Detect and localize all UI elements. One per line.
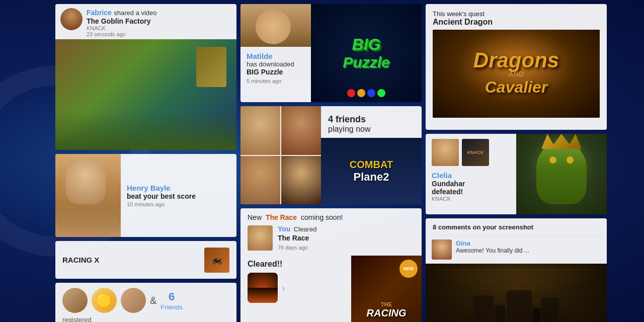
dragon-text: Dragons AND Cavalier bbox=[473, 51, 559, 97]
matilde-timestamp: 5 minutes ago bbox=[247, 78, 305, 84]
race-right: THE RACING NEW bbox=[351, 256, 422, 322]
friend-thumb-1 bbox=[240, 106, 280, 155]
fabrice-action: shared a video bbox=[114, 9, 156, 17]
column-2: Matilde has downloaded BIG Puzzle 5 minu… bbox=[240, 4, 422, 322]
friend-thumb-4 bbox=[281, 156, 321, 205]
clelia-right bbox=[516, 134, 607, 214]
comments-screenshot bbox=[426, 264, 607, 322]
card-quest[interactable]: This week's quest Ancient Dragon Dragons… bbox=[426, 4, 607, 130]
quest-image: Dragons AND Cavalier bbox=[433, 30, 600, 118]
clelia-avatars: KNACK bbox=[432, 139, 510, 166]
fabrice-timestamp: 23 seconds ago bbox=[87, 31, 231, 37]
card-clelia: KNACK Clelia Gundahar defeated! KNACK bbox=[426, 134, 607, 214]
race-avatar-face bbox=[248, 225, 273, 251]
henry-timestamp: 10 minutes ago bbox=[127, 201, 196, 207]
race-top: You Cleared The Race 76 days ago bbox=[240, 224, 422, 256]
villain-head bbox=[536, 144, 587, 204]
race-new: New bbox=[248, 213, 262, 221]
villain-bg bbox=[516, 134, 607, 214]
clelia-action2: defeated! bbox=[432, 188, 510, 196]
race-thumb-row: ✓ › bbox=[248, 273, 344, 303]
race-bottom: Cleared!! ✓ › bbox=[240, 256, 422, 322]
matilde-face bbox=[240, 4, 311, 47]
matilde-username: Matilde bbox=[247, 52, 305, 60]
avatar-fabrice bbox=[60, 8, 83, 30]
comments-img-bg bbox=[426, 264, 607, 322]
dragon-t3: Cavalier bbox=[473, 78, 559, 97]
fabrice-subtitle: KNACK bbox=[87, 25, 231, 31]
race-game-title: The Race bbox=[278, 234, 309, 242]
villain-eyes bbox=[549, 156, 574, 164]
villain-crown bbox=[541, 134, 582, 149]
column-1: Fabrice shared a video The Goblin Factor… bbox=[55, 4, 236, 322]
comment-text: Gina Awesome! You finally did ... bbox=[456, 239, 601, 254]
clelia-avatar-1 bbox=[432, 139, 459, 166]
combat-plane-box: COMBAT Plane2 bbox=[321, 138, 422, 204]
race-game: The Race bbox=[266, 213, 297, 221]
race-header: New The Race coming soon! bbox=[240, 208, 422, 224]
friend-thumb-2 bbox=[281, 106, 321, 155]
fabrice-game-title: The Goblin Factory bbox=[87, 17, 231, 25]
matilde-info: Matilde has downloaded BIG Puzzle 5 minu… bbox=[240, 47, 311, 102]
friend-avatar-3 bbox=[121, 288, 146, 313]
race-game-icon: ✓ bbox=[248, 273, 278, 303]
card-racing-x[interactable]: RACING X 🏍 bbox=[55, 241, 236, 279]
arrow-right-icon: › bbox=[282, 282, 285, 294]
racing-icon: 🏍 bbox=[204, 248, 229, 273]
combat-title: COMBAT Plane2 bbox=[350, 158, 393, 184]
card-matilde: Matilde has downloaded BIG Puzzle 5 minu… bbox=[240, 4, 422, 102]
cleared-badge: Cleared!! bbox=[248, 260, 344, 269]
race-days-ago: 76 days ago bbox=[278, 245, 308, 251]
card-race: New The Race coming soon! You Cleared Th… bbox=[240, 208, 422, 322]
card-friends-registered: 🟡 & 6 Friends registered bbox=[55, 283, 236, 322]
gina-username: Gina bbox=[456, 239, 601, 247]
clelia-action: Gundahar bbox=[432, 180, 510, 188]
clelia-av2-inner: KNACK bbox=[462, 139, 489, 166]
card-comments: 8 comments on your screenshot Gina Aweso… bbox=[426, 218, 607, 322]
matilde-action: has downloaded bbox=[247, 60, 305, 68]
matilde-left: Matilde has downloaded BIG Puzzle 5 minu… bbox=[240, 4, 311, 102]
ampersand: & bbox=[150, 295, 156, 306]
friend-thumb-3 bbox=[240, 156, 280, 205]
card-fabrice-header: Fabrice shared a video The Goblin Factor… bbox=[55, 4, 236, 39]
comment-row: Gina Awesome! You finally did ... bbox=[426, 235, 607, 264]
quest-label: This week's quest bbox=[433, 10, 600, 18]
column-3: This week's quest Ancient Dragon Dragons… bbox=[426, 4, 607, 322]
clelia-game: KNACK bbox=[432, 196, 510, 202]
henry-info: Henry Bayle beat your best score 10 minu… bbox=[121, 154, 202, 237]
friends-label: Friends bbox=[160, 303, 182, 311]
racing-label: RACING X bbox=[62, 256, 99, 264]
matilde-game-image: BIG Puzzle bbox=[311, 4, 422, 102]
clelia-username: Clelia bbox=[432, 171, 510, 180]
race-left: Cleared!! ✓ › bbox=[240, 256, 351, 322]
comments-header: 8 comments on your screenshot bbox=[426, 218, 607, 235]
henry-photo bbox=[55, 154, 121, 237]
fabrice-username: Fabrice bbox=[87, 9, 112, 17]
dragon-t1: Dragons bbox=[473, 51, 559, 70]
fp-count: 4 friends bbox=[328, 114, 366, 124]
gina-avatar bbox=[432, 239, 452, 260]
villain-eye-left bbox=[549, 156, 556, 164]
fabrice-video-thumb[interactable]: ▶ bbox=[55, 39, 236, 150]
fabrice-info: Fabrice shared a video The Goblin Factor… bbox=[87, 8, 231, 37]
henry-action: beat your best score bbox=[127, 192, 196, 200]
henry-face bbox=[55, 154, 121, 237]
friends-count: 6 bbox=[169, 290, 175, 303]
friends-playing-info: 4 friends playing now COMBAT Plane2 bbox=[321, 106, 422, 204]
combat-t2: Plane2 bbox=[350, 171, 393, 184]
clelia-avatar-2: KNACK bbox=[462, 139, 489, 166]
matilde-photo bbox=[240, 4, 311, 47]
clelia-left: KNACK Clelia Gundahar defeated! KNACK bbox=[426, 134, 516, 214]
registered-label: registered bbox=[62, 316, 229, 322]
combat-t1: COMBAT bbox=[350, 158, 393, 171]
gina-comment: Awesome! You finally did ... bbox=[456, 247, 601, 254]
friend-avatar-1 bbox=[62, 288, 88, 313]
new-badge: NEW bbox=[399, 260, 418, 278]
henry-username: Henry Bayle bbox=[127, 184, 196, 192]
villain-eye-right bbox=[567, 156, 574, 164]
race-cleared: Cleared bbox=[294, 225, 317, 233]
race-info: You Cleared The Race 76 days ago bbox=[278, 224, 317, 252]
friend-emoji: 🟡 bbox=[92, 288, 117, 313]
friends-reg-row: 🟡 & 6 Friends bbox=[62, 288, 229, 313]
card-fabrice-video: Fabrice shared a video The Goblin Factor… bbox=[55, 4, 236, 150]
